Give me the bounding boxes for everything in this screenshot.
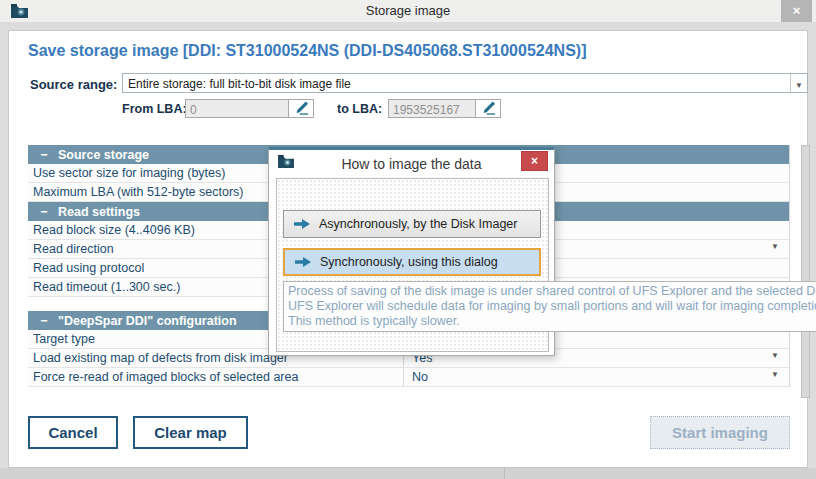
method-tooltip: Process of saving of the disk image is u… (283, 281, 816, 332)
source-range-label: Source range: (30, 77, 117, 92)
collapse-icon[interactable]: − (38, 205, 50, 219)
window-title: Storage image (0, 3, 816, 18)
imaging-option-button[interactable]: Asynchronously, by the Disk Imager (283, 210, 541, 238)
pencil-icon (481, 100, 496, 115)
section-label: Read settings (58, 205, 140, 219)
modal-title: How to image the data (269, 156, 554, 172)
page-title: Save storage image [DDI: ST31000524NS (D… (28, 42, 587, 60)
arrow-right-icon (295, 256, 311, 268)
start-imaging-button: Start imaging (650, 416, 790, 449)
to-lba-input (388, 99, 476, 118)
imaging-option-button[interactable]: Synchronously, using this dialog (283, 248, 541, 276)
modal-close-button[interactable]: × (521, 151, 548, 171)
to-lba-edit-button[interactable] (475, 99, 501, 118)
cancel-button[interactable]: Cancel (28, 416, 118, 449)
modal-options: Asynchronously, by the Disk ImagerSynchr… (283, 210, 541, 286)
collapse-icon[interactable]: − (38, 314, 50, 328)
from-lba-edit-button[interactable] (288, 99, 314, 118)
source-range-value: Entire storage: full bit-to-bit disk ima… (128, 77, 351, 91)
tooltip-line: This method is typically slower. (288, 314, 816, 329)
window-bottom-edge (0, 468, 816, 479)
setting-value[interactable]: No▼ (404, 368, 789, 386)
title-bar: Storage image × (0, 0, 816, 22)
from-lba-label: From LBA: (122, 102, 187, 116)
section-label: "DeepSpar DDI" configuration (58, 314, 237, 328)
clear-map-button[interactable]: Clear map (133, 416, 248, 449)
tooltip-line: UFS Explorer will schedule data for imag… (288, 299, 816, 314)
option-label: Asynchronously, by the Disk Imager (319, 217, 517, 231)
setting-label: Force re-read of imaged blocks of select… (28, 368, 404, 386)
option-label: Synchronously, using this dialog (320, 255, 498, 269)
source-range-select[interactable]: Entire storage: full bit-to-bit disk ima… (122, 73, 808, 93)
pencil-icon (294, 100, 309, 115)
tooltip-line: Process of saving of the disk image is u… (288, 284, 816, 299)
window-close-button[interactable]: × (781, 0, 812, 22)
chevron-down-icon: ▼ (771, 242, 779, 251)
collapse-icon[interactable]: − (38, 148, 50, 162)
chevron-down-icon: ▼ (771, 370, 779, 379)
arrow-right-icon (294, 218, 310, 230)
chevron-down-icon: ▼ (790, 74, 807, 92)
background-seam (504, 468, 505, 479)
chevron-down-icon: ▼ (771, 351, 779, 360)
lba-range-row: From LBA: to LBA: (0, 99, 816, 119)
storage-image-window: Storage image × Save storage image [DDI:… (0, 0, 816, 479)
to-lba-label: to LBA: (337, 102, 382, 116)
table-scrollbar[interactable] (801, 145, 810, 398)
section-label: Source storage (58, 148, 149, 162)
settings-row: Force re-read of imaged blocks of select… (28, 368, 789, 387)
from-lba-input (185, 99, 289, 118)
